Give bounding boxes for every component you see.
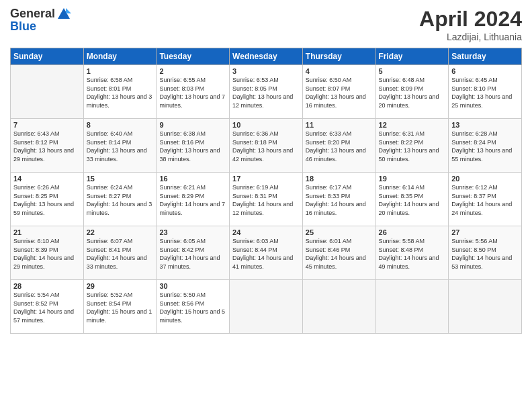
table-row: 22Sunrise: 6:07 AMSunset: 8:41 PMDayligh… [83,226,157,280]
day-info: Sunrise: 6:55 AMSunset: 8:03 PMDaylight:… [159,76,226,109]
day-info: Sunrise: 6:58 AMSunset: 8:01 PMDaylight:… [87,76,154,109]
day-number: 18 [306,175,373,183]
calendar-week-row: 1Sunrise: 6:58 AMSunset: 8:01 PMDaylight… [11,65,522,119]
day-number: 13 [451,121,519,129]
day-info: Sunrise: 6:33 AMSunset: 8:20 PMDaylight:… [306,130,373,163]
day-info: Sunrise: 5:56 AMSunset: 8:50 PMDaylight:… [451,237,519,271]
svg-marker-1 [66,8,71,13]
day-number: 23 [159,228,226,236]
day-number: 5 [379,67,446,75]
day-info: Sunrise: 6:38 AMSunset: 8:16 PMDaylight:… [159,130,226,163]
day-number: 8 [87,121,154,129]
table-row: 28Sunrise: 5:54 AMSunset: 8:52 PMDayligh… [11,280,84,334]
day-info: Sunrise: 6:48 AMSunset: 8:09 PMDaylight:… [379,76,446,109]
day-info: Sunrise: 6:43 AMSunset: 8:12 PMDaylight:… [13,130,81,163]
table-row: 20Sunrise: 6:12 AMSunset: 8:37 PMDayligh… [449,173,522,226]
table-row: 9Sunrise: 6:38 AMSunset: 8:16 PMDaylight… [157,119,230,173]
table-row: 30Sunrise: 5:50 AMSunset: 8:56 PMDayligh… [157,280,230,334]
day-number: 1 [87,67,154,75]
header-tuesday: Tuesday [157,48,230,65]
calendar-title: April 2024 [419,7,522,32]
day-info: Sunrise: 6:19 AMSunset: 8:31 PMDaylight:… [232,183,300,217]
title-block: April 2024 Lazdijai, Lithuania [419,7,522,42]
day-info: Sunrise: 5:58 AMSunset: 8:48 PMDaylight:… [379,237,446,271]
table-row: 2Sunrise: 6:55 AMSunset: 8:03 PMDaylight… [157,65,230,119]
header-thursday: Thursday [302,48,375,65]
day-number: 26 [379,228,446,236]
table-row: 7Sunrise: 6:43 AMSunset: 8:12 PMDaylight… [11,119,84,173]
day-info: Sunrise: 6:24 AMSunset: 8:27 PMDaylight:… [87,183,154,217]
header-wednesday: Wednesday [230,48,303,65]
day-info: Sunrise: 6:10 AMSunset: 8:39 PMDaylight:… [13,237,81,271]
calendar-subtitle: Lazdijai, Lithuania [419,32,522,42]
day-number: 27 [451,228,519,236]
calendar-week-row: 14Sunrise: 6:26 AMSunset: 8:25 PMDayligh… [11,173,522,226]
weekday-header-row: Sunday Monday Tuesday Wednesday Thursday… [11,48,522,65]
day-number: 14 [13,175,81,183]
day-number: 29 [87,282,154,290]
day-number: 3 [232,67,300,75]
logo: General Blue [10,7,71,34]
day-number: 6 [451,67,519,75]
day-number: 17 [232,175,300,183]
day-number: 12 [379,121,446,129]
table-row [302,280,375,334]
table-row: 19Sunrise: 6:14 AMSunset: 8:35 PMDayligh… [375,173,449,226]
calendar-week-row: 21Sunrise: 6:10 AMSunset: 8:39 PMDayligh… [11,226,522,280]
day-number: 28 [13,282,81,290]
day-number: 30 [159,282,226,290]
header-monday: Monday [83,48,157,65]
page: General Blue April 2024 Lazdijai, Lithua… [0,0,532,411]
header-saturday: Saturday [449,48,522,65]
day-info: Sunrise: 5:52 AMSunset: 8:54 PMDaylight:… [87,291,154,324]
day-number: 24 [232,228,300,236]
table-row [375,280,449,334]
calendar-week-row: 7Sunrise: 6:43 AMSunset: 8:12 PMDaylight… [11,119,522,173]
day-number: 16 [159,175,226,183]
table-row: 14Sunrise: 6:26 AMSunset: 8:25 PMDayligh… [11,173,84,226]
day-info: Sunrise: 6:36 AMSunset: 8:18 PMDaylight:… [232,130,300,163]
table-row: 26Sunrise: 5:58 AMSunset: 8:48 PMDayligh… [375,226,449,280]
day-info: Sunrise: 6:17 AMSunset: 8:33 PMDaylight:… [306,183,373,217]
table-row: 8Sunrise: 6:40 AMSunset: 8:14 PMDaylight… [83,119,157,173]
table-row: 23Sunrise: 6:05 AMSunset: 8:42 PMDayligh… [157,226,230,280]
day-info: Sunrise: 6:26 AMSunset: 8:25 PMDaylight:… [13,183,81,217]
table-row: 21Sunrise: 6:10 AMSunset: 8:39 PMDayligh… [11,226,84,280]
table-row [449,280,522,334]
table-row: 27Sunrise: 5:56 AMSunset: 8:50 PMDayligh… [449,226,522,280]
table-row: 5Sunrise: 6:48 AMSunset: 8:09 PMDaylight… [375,65,449,119]
day-info: Sunrise: 6:03 AMSunset: 8:44 PMDaylight:… [232,237,300,271]
day-number: 9 [159,121,226,129]
table-row [230,280,303,334]
day-number: 21 [13,228,81,236]
day-number: 15 [87,175,154,183]
table-row: 6Sunrise: 6:45 AMSunset: 8:10 PMDaylight… [449,65,522,119]
day-info: Sunrise: 6:12 AMSunset: 8:37 PMDaylight:… [451,183,519,217]
table-row: 12Sunrise: 6:31 AMSunset: 8:22 PMDayligh… [375,119,449,173]
header-friday: Friday [375,48,449,65]
calendar-table: Sunday Monday Tuesday Wednesday Thursday… [10,48,522,334]
day-number: 20 [451,175,519,183]
table-row: 4Sunrise: 6:50 AMSunset: 8:07 PMDaylight… [302,65,375,119]
day-number: 10 [232,121,300,129]
table-row: 3Sunrise: 6:53 AMSunset: 8:05 PMDaylight… [230,65,303,119]
header-sunday: Sunday [11,48,84,65]
day-number: 7 [13,121,81,129]
table-row: 10Sunrise: 6:36 AMSunset: 8:18 PMDayligh… [230,119,303,173]
logo-general-text: General [10,7,55,21]
day-info: Sunrise: 6:01 AMSunset: 8:46 PMDaylight:… [306,237,373,271]
table-row [11,65,84,119]
day-number: 19 [379,175,446,183]
table-row: 18Sunrise: 6:17 AMSunset: 8:33 PMDayligh… [302,173,375,226]
day-info: Sunrise: 6:07 AMSunset: 8:41 PMDaylight:… [87,237,154,271]
day-info: Sunrise: 6:31 AMSunset: 8:22 PMDaylight:… [379,130,446,163]
table-row: 25Sunrise: 6:01 AMSunset: 8:46 PMDayligh… [302,226,375,280]
day-number: 4 [306,67,373,75]
day-info: Sunrise: 6:05 AMSunset: 8:42 PMDaylight:… [159,237,226,271]
logo-icon [56,7,71,21]
day-info: Sunrise: 6:14 AMSunset: 8:35 PMDaylight:… [379,183,446,217]
day-info: Sunrise: 5:54 AMSunset: 8:52 PMDaylight:… [13,291,81,324]
day-info: Sunrise: 6:40 AMSunset: 8:14 PMDaylight:… [87,130,154,163]
day-info: Sunrise: 5:50 AMSunset: 8:56 PMDaylight:… [159,291,226,324]
day-info: Sunrise: 6:45 AMSunset: 8:10 PMDaylight:… [451,76,519,109]
